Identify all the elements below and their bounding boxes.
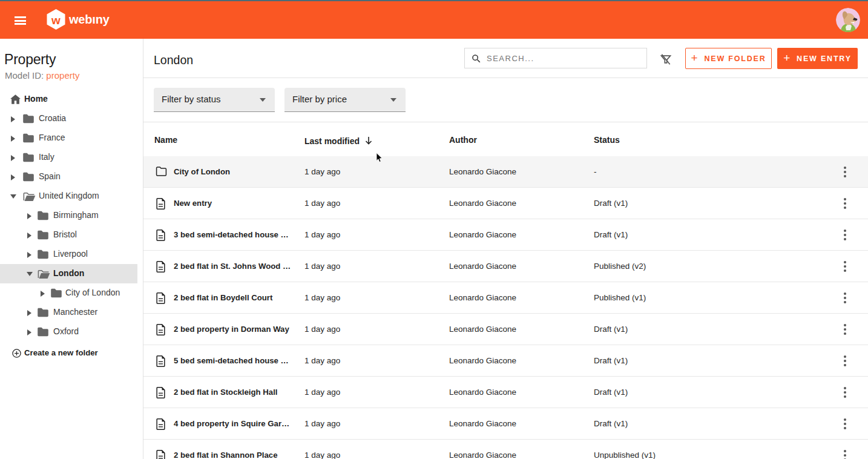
svg-text:w: w <box>51 14 61 27</box>
